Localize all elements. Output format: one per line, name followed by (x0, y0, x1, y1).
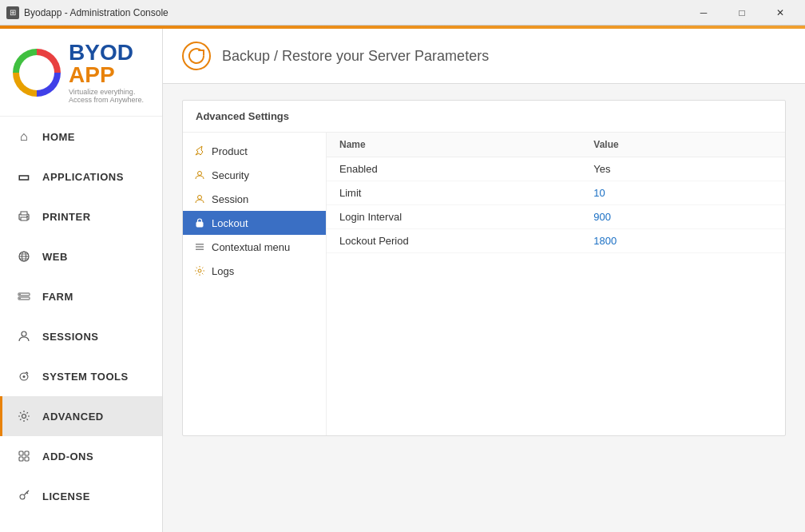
titlebar: ⊞ Byodapp - Administration Console ─ □ ✕ (0, 0, 805, 26)
table-row: Limit10 (327, 181, 785, 205)
table-row: Lockout Period1800 (327, 229, 785, 253)
svg-rect-18 (19, 457, 23, 461)
row-value: 1800 (581, 229, 716, 253)
printer-icon (15, 208, 33, 225)
app-icon: ⊞ (6, 6, 19, 19)
sidebar-item-web[interactable]: WEB (0, 236, 162, 276)
svg-point-13 (22, 332, 26, 336)
settings-box: Advanced Settings Product (182, 100, 786, 436)
sidebar-item-license[interactable]: LICENSE (0, 476, 162, 516)
row-extra (716, 181, 785, 205)
applications-icon: ▭ (15, 168, 33, 185)
svg-point-21 (198, 172, 202, 176)
nav-menu: ⌂ HOME ▭ APPLICATIONS PRINTER (0, 117, 162, 532)
tree-item-session[interactable]: Session (183, 187, 326, 211)
row-value: 900 (581, 205, 716, 229)
settings-table: Name Value EnabledYesLimit10Login Interv… (327, 133, 785, 253)
tree-item-lockout-label: Lockout (212, 217, 248, 229)
svg-point-11 (19, 294, 21, 296)
svg-rect-26 (196, 249, 204, 251)
sidebar-item-home[interactable]: ⌂ HOME (0, 117, 162, 157)
security-icon (192, 168, 207, 182)
logo-area: BYOD APP Virtualize everything. Access f… (0, 29, 162, 117)
sidebar-item-applications-label: APPLICATIONS (42, 171, 124, 183)
content-header: Backup / Restore your Server Parameters (163, 29, 805, 84)
product-icon (192, 144, 207, 158)
page-title: Backup / Restore your Server Parameters (222, 48, 489, 65)
logo-byod: BYOD (69, 42, 133, 64)
row-extra (716, 157, 785, 181)
sidebar-item-system-tools[interactable]: SYSTEM TOOLS (0, 356, 162, 396)
svg-rect-25 (196, 246, 204, 248)
contextual-menu-icon (192, 240, 207, 254)
sidebar-item-sessions-label: SESSIONS (42, 331, 98, 343)
lockout-icon (192, 216, 207, 230)
tree-item-lockout[interactable]: Lockout (183, 211, 326, 235)
sidebar-item-applications[interactable]: ▭ APPLICATIONS (0, 157, 162, 197)
sidebar-item-home-label: HOME (42, 131, 75, 143)
tree-item-contextual-menu[interactable]: Contextual menu (183, 235, 326, 259)
sidebar-item-printer-label: PRINTER (42, 211, 91, 223)
add-ons-icon (15, 447, 33, 465)
svg-point-22 (198, 196, 202, 200)
svg-rect-17 (25, 451, 29, 455)
tree-item-product[interactable]: Product (183, 139, 326, 163)
col-header-value: Value (581, 133, 716, 157)
sidebar-item-add-ons[interactable]: ADD-ONS (0, 436, 162, 476)
svg-point-15 (22, 415, 26, 419)
svg-point-20 (20, 494, 25, 499)
svg-rect-23 (196, 222, 203, 227)
row-extra (716, 229, 785, 253)
tree-item-logs-label: Logs (212, 265, 234, 277)
table-row: EnabledYes (327, 157, 785, 181)
tree-item-product-label: Product (212, 145, 248, 157)
sidebar-item-system-tools-label: SYSTEM TOOLS (42, 371, 129, 383)
tree-item-contextual-menu-label: Contextual menu (212, 241, 290, 253)
svg-rect-19 (25, 457, 29, 461)
sidebar-item-advanced[interactable]: ADVANCED (0, 396, 162, 436)
svg-rect-2 (21, 217, 27, 220)
sidebar-item-printer[interactable]: PRINTER (0, 197, 162, 236)
row-extra (716, 205, 785, 229)
col-header-name: Name (327, 133, 581, 157)
logo-text: BYOD APP Virtualize everything. Access f… (69, 42, 149, 104)
license-icon (15, 487, 33, 505)
row-name: Login Interval (327, 205, 581, 229)
svg-point-14 (23, 375, 26, 378)
row-name: Lockout Period (327, 229, 581, 253)
logs-icon (192, 264, 207, 278)
sidebar-item-add-ons-label: ADD-ONS (42, 451, 93, 463)
farm-icon (15, 288, 33, 305)
app-body: BYOD APP Virtualize everything. Access f… (0, 29, 805, 532)
session-icon (192, 192, 207, 206)
svg-point-3 (26, 216, 28, 217)
sidebar-item-farm[interactable]: FARM (0, 276, 162, 316)
sessions-icon (15, 328, 33, 345)
tree-item-logs[interactable]: Logs (183, 259, 326, 283)
tree-item-security[interactable]: Security (183, 163, 326, 187)
advanced-icon (15, 407, 33, 425)
tree-item-session-label: Session (212, 193, 248, 205)
svg-point-27 (198, 269, 201, 272)
logo-icon (13, 49, 61, 97)
sidebar: BYOD APP Virtualize everything. Access f… (0, 29, 163, 532)
settings-box-header: Advanced Settings (183, 101, 785, 132)
data-panel: Name Value EnabledYesLimit10Login Interv… (327, 133, 785, 435)
svg-point-12 (19, 298, 21, 300)
row-name: Enabled (327, 157, 581, 181)
svg-rect-24 (196, 244, 204, 245)
sidebar-item-license-label: LICENSE (42, 490, 90, 502)
minimize-button[interactable]: ─ (685, 0, 722, 26)
svg-rect-16 (19, 451, 23, 455)
tree-item-security-label: Security (212, 169, 249, 181)
col-header-extra (716, 133, 785, 157)
sidebar-item-sessions[interactable]: SESSIONS (0, 316, 162, 356)
close-button[interactable]: ✕ (762, 0, 799, 26)
row-name: Limit (327, 181, 581, 205)
titlebar-title: Byodapp - Administration Console (24, 7, 685, 18)
main-content: Backup / Restore your Server Parameters … (163, 29, 805, 532)
tree-menu: Product Security (183, 133, 327, 435)
sidebar-item-farm-label: FARM (42, 291, 73, 303)
table-row: Login Interval900 (327, 205, 785, 229)
maximize-button[interactable]: □ (724, 0, 760, 26)
